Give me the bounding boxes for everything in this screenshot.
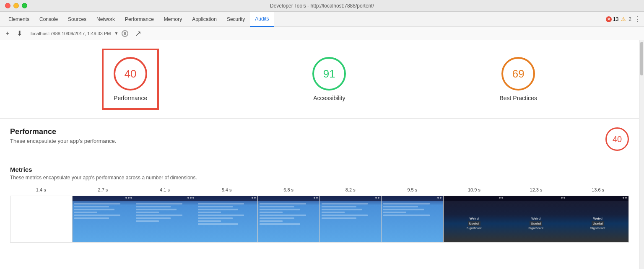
marker-9: 13.6 s	[567, 187, 629, 192]
marker-3: 5.4 s	[196, 187, 258, 192]
perf-section-description: These encapsulate your app's performance…	[10, 138, 116, 144]
filmstrip-frame-1	[73, 196, 135, 242]
score-card-performance[interactable]: 40 Performance	[102, 49, 159, 110]
filmstrip-frame-4	[258, 196, 320, 242]
filmstrip-frame-9: Weird Useful Significant	[567, 196, 629, 242]
error-icon: ✕	[606, 16, 612, 22]
performance-score-circle: 40	[114, 57, 147, 91]
best-practices-label: Best Practices	[499, 95, 537, 101]
marker-6: 9.5 s	[382, 187, 444, 192]
marker-7: 10.9 s	[443, 187, 505, 192]
tab-console[interactable]: Console	[34, 12, 63, 27]
filmstrip-frame-2	[134, 196, 196, 242]
error-count: 13	[613, 16, 618, 22]
score-card-accessibility[interactable]: 91 Accessibility	[312, 57, 346, 101]
minimize-button[interactable]	[13, 3, 19, 8]
metrics-section: Metrics These metrics encapsulate your a…	[0, 159, 639, 249]
timeline-row: 1.4 s 2.7 s 4.1 s 5.4 s 6.8 s 8.2 s 9.5 …	[10, 187, 629, 192]
filmstrip-frame-8: Weird Useful Significant	[505, 196, 567, 242]
perf-title-block: Performance These encapsulate your app's…	[10, 127, 116, 144]
performance-section: Performance These encapsulate your app's…	[0, 119, 639, 159]
score-row: 40 Performance 91 Accessibility 69	[0, 40, 639, 119]
metrics-description: These metrics encapsulate your app's per…	[10, 175, 629, 181]
best-practices-score-circle: 69	[501, 57, 535, 91]
warning-icon: ⚠	[621, 16, 626, 22]
perf-header: Performance These encapsulate your app's…	[10, 127, 629, 151]
filmstrip-frame-5	[320, 196, 382, 242]
toolbar: + ⬇ localhost:7888 10/09/2017, 1:49:33 P…	[0, 27, 644, 40]
error-badge: ✕ 13	[606, 16, 618, 22]
marker-5: 8.2 s	[319, 187, 382, 192]
scrollbar-track[interactable]	[639, 40, 644, 269]
dropdown-arrow[interactable]: ▼	[114, 31, 118, 36]
filmstrip-row: Weird Useful Significant	[10, 196, 629, 243]
devtools-container: Elements Console Sources Network Perform…	[0, 12, 644, 269]
filmstrip-frame-6	[382, 196, 444, 242]
filmstrip-frame-7: Weird Useful Significant	[444, 196, 506, 242]
marker-8: 12.3 s	[505, 187, 567, 192]
tab-performance[interactable]: Performance	[120, 12, 159, 27]
performance-label: Performance	[114, 95, 147, 101]
accessibility-label: Accessibility	[313, 95, 345, 101]
filmstrip-frame-3	[196, 196, 258, 242]
score-card-best-practices[interactable]: 69 Best Practices	[499, 57, 537, 101]
close-button[interactable]	[5, 3, 10, 8]
cursor-indicator: ↗	[135, 29, 141, 38]
main-content: 40 Performance 91 Accessibility 69	[0, 40, 644, 269]
marker-0: 1.4 s	[10, 187, 72, 192]
tab-application[interactable]: Application	[187, 12, 222, 27]
tab-elements[interactable]: Elements	[3, 12, 34, 27]
more-menu-button[interactable]: ⋮	[634, 15, 641, 23]
audit-url-label: localhost:7888 10/09/2017, 1:49:33 PM	[31, 31, 111, 36]
maximize-button[interactable]	[22, 3, 27, 8]
content-area: 40 Performance 91 Accessibility 69	[0, 40, 639, 269]
tab-bar: Elements Console Sources Network Perform…	[0, 12, 644, 27]
toolbar-divider	[27, 30, 27, 37]
tab-network[interactable]: Network	[91, 12, 120, 27]
scrollbar-thumb[interactable]	[640, 42, 643, 75]
tab-security[interactable]: Security	[222, 12, 250, 27]
marker-4: 6.8 s	[257, 187, 319, 192]
download-button[interactable]: ⬇	[15, 29, 23, 38]
title-bar: Developer Tools - http://localhost:7888/…	[0, 0, 644, 12]
marker-1: 2.7 s	[72, 187, 134, 192]
stop-button[interactable]	[122, 30, 128, 37]
metrics-title: Metrics	[10, 166, 629, 173]
add-audit-button[interactable]: +	[3, 29, 12, 38]
accessibility-score-circle: 91	[312, 57, 346, 91]
warning-count: 2	[628, 16, 631, 22]
tab-memory[interactable]: Memory	[159, 12, 187, 27]
marker-2: 4.1 s	[134, 187, 196, 192]
perf-section-score-circle: 40	[605, 127, 629, 151]
window-title: Developer Tools - http://localhost:7888/…	[270, 3, 374, 9]
traffic-lights	[5, 3, 27, 8]
filmstrip-frame-0	[10, 196, 73, 242]
tab-bar-right: ✕ 13 ⚠ 2 ⋮	[606, 15, 641, 23]
tab-audits[interactable]: Audits	[250, 12, 274, 27]
tab-sources[interactable]: Sources	[63, 12, 91, 27]
perf-section-title: Performance	[10, 127, 116, 136]
